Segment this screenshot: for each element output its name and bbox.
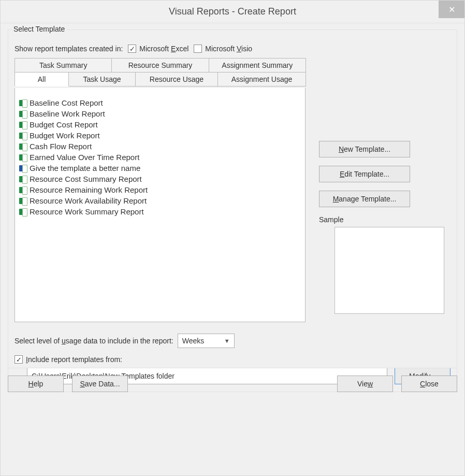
usage-level-value: Weeks — [182, 337, 205, 345]
excel-file-icon — [19, 121, 27, 128]
footer-right: View Close — [337, 376, 457, 392]
select-template-group: Select Template Show report templates cr… — [8, 30, 457, 392]
created-in-row: Show report templates created in: ✓ Micr… — [14, 45, 451, 53]
sample-label: Sample — [319, 215, 451, 224]
chevron-down-icon: ▼ — [224, 338, 230, 344]
template-actions-column: New Template... Edit Template... Manage … — [319, 58, 451, 314]
close-icon[interactable]: ✕ — [439, 1, 464, 18]
list-item[interactable]: Budget Cost Report — [19, 119, 301, 130]
check-icon: ✓ — [14, 355, 23, 364]
template-name: Budget Work Report — [30, 131, 100, 140]
created-in-label: Show report templates created in: — [14, 45, 123, 53]
tab-all[interactable]: All — [14, 72, 69, 86]
tab-strip: Task Summary Resource Summary Assignment… — [14, 58, 306, 88]
checkbox-visio-label: Microsoft Visio — [205, 45, 252, 53]
back-tabs: Task Summary Resource Summary Assignment… — [14, 58, 306, 73]
tab-resource-summary[interactable]: Resource Summary — [111, 58, 209, 73]
save-data-button[interactable]: Save Data... — [72, 376, 128, 392]
template-name: Resource Work Availability Report — [30, 196, 147, 205]
sample-preview — [335, 227, 444, 314]
visual-reports-dialog: Visual Reports - Create Report ✕ Select … — [0, 0, 465, 476]
template-name: Earned Value Over Time Report — [30, 153, 139, 162]
include-templates-label: Include report templates from: — [26, 355, 122, 364]
include-templates-row: ✓ Include report templates from: — [14, 355, 451, 364]
dialog-title: Visual Reports - Create Report — [169, 6, 296, 17]
excel-file-icon — [19, 154, 27, 161]
help-button[interactable]: Help — [8, 376, 64, 392]
checkbox-include-templates[interactable]: ✓ Include report templates from: — [14, 355, 122, 364]
excel-file-icon — [19, 197, 27, 205]
list-item[interactable]: Resource Work Availability Report — [19, 195, 301, 206]
list-item[interactable]: Earned Value Over Time Report — [19, 152, 301, 163]
list-item[interactable]: Resource Work Summary Report — [19, 206, 301, 217]
excel-file-icon — [19, 110, 27, 118]
usage-level-row: Select level of usage data to include in… — [14, 334, 451, 348]
tab-task-summary[interactable]: Task Summary — [14, 58, 112, 73]
list-item[interactable]: Baseline Work Report — [19, 108, 301, 119]
usage-level-select[interactable]: Weeks ▼ — [178, 334, 235, 348]
template-name: Resource Cost Summary Report — [30, 175, 142, 183]
edit-template-button[interactable]: Edit Template... — [319, 166, 410, 182]
footer-left: Help Save Data... — [8, 376, 128, 392]
dialog-content: Select Template Show report templates cr… — [1, 23, 464, 399]
template-name: Resource Remaining Work Report — [30, 185, 148, 194]
template-listbox[interactable]: Baseline Cost ReportBaseline Work Report… — [14, 88, 306, 322]
excel-file-icon — [19, 186, 27, 194]
list-item[interactable]: Cash Flow Report — [19, 141, 301, 152]
visio-file-icon — [19, 165, 27, 172]
templates-column: Task Summary Resource Summary Assignment… — [14, 58, 306, 322]
usage-level-label: Select level of usage data to include in… — [14, 337, 173, 345]
template-name: Cash Flow Report — [30, 142, 92, 151]
uncheck-icon — [194, 45, 202, 53]
check-icon: ✓ — [128, 45, 136, 53]
list-item[interactable]: Baseline Cost Report — [19, 97, 301, 108]
tab-assignment-summary[interactable]: Assignment Summary — [209, 58, 306, 73]
dialog-footer: Help Save Data... View Close — [8, 368, 457, 392]
template-name: Resource Work Summary Report — [30, 207, 144, 216]
excel-file-icon — [19, 132, 27, 139]
tab-resource-usage[interactable]: Resource Usage — [135, 72, 218, 86]
list-item[interactable]: Resource Remaining Work Report — [19, 184, 301, 195]
checkbox-excel-label: Microsoft Excel — [139, 45, 188, 53]
excel-file-icon — [19, 143, 27, 150]
template-name: Baseline Cost Report — [30, 98, 103, 107]
close-button[interactable]: Close — [401, 376, 457, 392]
excel-file-icon — [19, 99, 27, 107]
template-name: Baseline Work Report — [30, 109, 105, 118]
group-legend: Select Template — [11, 25, 67, 33]
new-template-button[interactable]: New Template... — [319, 141, 410, 157]
view-button[interactable]: View — [337, 376, 393, 392]
manage-template-button[interactable]: Manage Template... — [319, 191, 410, 207]
front-tabs: All Task Usage Resource Usage Assignment… — [14, 72, 306, 86]
list-item[interactable]: Budget Work Report — [19, 130, 301, 141]
main-row: Task Summary Resource Summary Assignment… — [14, 58, 451, 322]
tab-assignment-usage[interactable]: Assignment Usage — [217, 72, 306, 86]
tab-task-usage[interactable]: Task Usage — [68, 72, 136, 86]
excel-file-icon — [19, 208, 27, 215]
template-name: Give the template a better name — [30, 164, 140, 172]
list-item[interactable]: Resource Cost Summary Report — [19, 174, 301, 184]
checkbox-excel[interactable]: ✓ Microsoft Excel — [128, 45, 188, 53]
checkbox-visio[interactable]: Microsoft Visio — [194, 45, 252, 53]
template-name: Budget Cost Report — [30, 120, 98, 129]
list-item[interactable]: Give the template a better name — [19, 163, 301, 174]
titlebar: Visual Reports - Create Report ✕ — [1, 1, 464, 23]
excel-file-icon — [19, 176, 27, 183]
